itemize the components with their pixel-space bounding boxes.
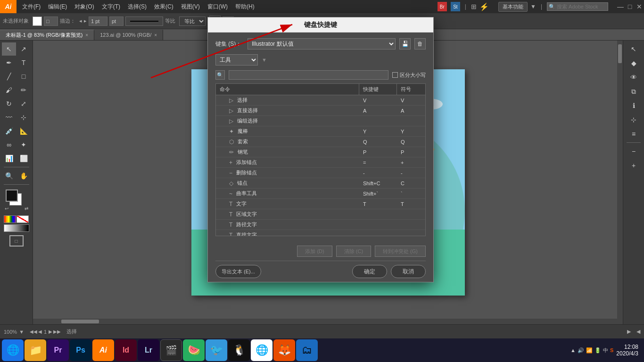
bridge-icon[interactable]: Br xyxy=(438,2,447,11)
graph-tool[interactable]: 📊 xyxy=(2,152,16,165)
menu-text[interactable]: 文字(T) xyxy=(98,0,124,13)
grid-icon[interactable]: ⊞ xyxy=(471,3,477,10)
table-row[interactable]: + 添加锚点 = + xyxy=(216,157,425,168)
table-row[interactable]: ~ 曲率工具 Shift+` ` xyxy=(216,189,425,199)
right-transform-tool[interactable]: ⊹ xyxy=(626,113,641,126)
paintbrush-tool[interactable]: 🖌 xyxy=(2,83,16,97)
stock-icon[interactable]: St xyxy=(451,2,460,11)
taskbar-video-icon[interactable]: 🎬 xyxy=(160,339,182,361)
taskbar-lightroom-icon[interactable]: Lr xyxy=(138,339,159,361)
type-tool[interactable]: T xyxy=(17,56,31,69)
menu-help[interactable]: 帮助(H) xyxy=(231,0,258,13)
right-arrow-tool[interactable]: ↖ xyxy=(626,42,641,56)
keyset-select[interactable]: Illustrator 默认值 xyxy=(248,38,396,49)
goto-conflict-button[interactable]: 转到冲突处 (G) xyxy=(375,246,426,257)
rotate-tool[interactable]: ↻ xyxy=(2,97,16,110)
tab-close-icon[interactable]: × xyxy=(85,33,88,38)
free-transform-tool[interactable]: ⊹ xyxy=(17,111,31,124)
status-right-btn2[interactable]: ◀ xyxy=(636,329,640,335)
tab-123[interactable]: 123.ai @ 100% (RGB/ × xyxy=(94,30,163,40)
fill-color[interactable] xyxy=(6,189,18,202)
page-last-icon[interactable]: ▶▶ xyxy=(53,329,61,335)
menu-select[interactable]: 选择(S) xyxy=(124,0,150,13)
select-tool[interactable]: ↖ xyxy=(2,42,16,56)
table-row[interactable]: ✏ 钢笔 P P xyxy=(216,147,425,157)
taskbar-illustrator-icon[interactable]: Ai xyxy=(92,339,114,361)
color-mode-icon[interactable] xyxy=(4,215,16,223)
pen-tool[interactable]: ✒ xyxy=(2,56,16,69)
minimize-button[interactable]: — xyxy=(616,0,625,13)
taskbar-photoshop-icon[interactable]: Ps xyxy=(70,339,91,361)
export-text-button[interactable]: 导出文本 (E)... xyxy=(215,265,261,278)
tray-lang[interactable]: 中 xyxy=(603,347,608,354)
taskbar-firefox-icon[interactable]: 🦊 xyxy=(273,339,295,361)
default-colors-icon[interactable]: ↩ xyxy=(5,206,8,211)
ok-button[interactable]: 确定 xyxy=(352,265,387,278)
eyedropper-tool[interactable]: 💉 xyxy=(2,124,16,138)
keyset-delete-icon[interactable]: 🗑 xyxy=(414,38,426,49)
warp-tool[interactable]: 〰 xyxy=(2,111,16,124)
hand-tool[interactable]: ✋ xyxy=(17,169,31,182)
scale-tool[interactable]: ⤢ xyxy=(17,97,31,110)
taskbar-browser-icon[interactable]: 🌐 xyxy=(2,339,24,361)
taskbar-bird-icon[interactable]: 🐦 xyxy=(206,339,227,361)
table-row[interactable]: ⬡ 套索 Q Q xyxy=(216,137,425,147)
taskbar-chrome-icon[interactable]: 🌐 xyxy=(251,339,272,361)
blend-tool[interactable]: ∞ xyxy=(2,138,16,151)
right-align-tool[interactable]: ≡ xyxy=(626,127,641,140)
taskbar-folder2-icon[interactable]: 🗂 xyxy=(296,339,318,361)
right-zoom-out-tool[interactable]: − xyxy=(626,145,641,158)
symbol-tool[interactable]: ✦ xyxy=(17,138,31,151)
menu-window[interactable]: 窗口(W) xyxy=(204,0,231,13)
commands-table[interactable]: ▷ 选择 V V ▷ 直接选择 A A ▷ 编组选择 xyxy=(215,95,426,236)
cancel-button[interactable]: 取消 xyxy=(391,265,426,278)
artboard-tool2[interactable]: □ xyxy=(9,235,24,247)
shape-selector[interactable]: □ xyxy=(44,16,58,26)
table-row[interactable]: ✦ 魔棒 Y Y xyxy=(216,126,425,137)
case-checkbox[interactable] xyxy=(392,72,398,78)
menu-file[interactable]: 文件(F) xyxy=(18,0,44,13)
stroke-unit-select[interactable]: pt xyxy=(109,16,124,26)
taskbar-folder-icon[interactable]: 📁 xyxy=(25,339,46,361)
close-button[interactable]: ✕ xyxy=(635,0,644,13)
fill-swatch[interactable] xyxy=(33,16,42,26)
clear-button[interactable]: 清除 (C) xyxy=(336,246,371,257)
table-row[interactable]: ▷ 编组选择 xyxy=(216,116,425,126)
maximize-button[interactable]: □ xyxy=(625,0,635,13)
tray-s-icon[interactable]: S xyxy=(610,347,613,353)
keyset-save-icon[interactable]: 💾 xyxy=(399,38,411,49)
search-input[interactable] xyxy=(229,70,388,80)
menu-view[interactable]: 视图(V) xyxy=(177,0,204,13)
right-eye-tool[interactable]: 👁 xyxy=(626,71,641,84)
table-row[interactable]: − 删除锚点 - - xyxy=(216,168,425,178)
direct-select-tool[interactable]: ↗ xyxy=(17,42,31,56)
table-row[interactable]: ◇ 锚点 Shift+C C xyxy=(216,178,425,189)
shape-tool[interactable]: □ xyxy=(17,70,31,83)
page-forward-icon[interactable]: ▶ xyxy=(49,329,52,335)
lightning-icon[interactable]: ⚡ xyxy=(479,2,489,11)
workspace-button[interactable]: 基本功能 xyxy=(498,2,528,12)
horizontal-scrollbar[interactable] xyxy=(33,319,617,324)
none-color-icon[interactable] xyxy=(17,215,29,223)
taskbar-penguin-icon[interactable]: 🐧 xyxy=(228,339,250,361)
category-select[interactable]: 工具 xyxy=(215,54,258,66)
zoom-tool[interactable]: 🔍 xyxy=(2,169,16,182)
table-row[interactable]: T 直排文字 xyxy=(216,230,425,236)
table-row[interactable]: ▷ 直接选择 A A xyxy=(216,106,425,116)
add-button[interactable]: 添加 (D) xyxy=(297,246,332,257)
table-row[interactable]: ▷ 选择 V V xyxy=(216,95,425,106)
line-tool[interactable]: ╱ xyxy=(2,70,16,83)
tray-up-icon[interactable]: ▲ xyxy=(570,347,576,353)
swap-colors-icon[interactable]: ⇄ xyxy=(25,206,28,211)
right-properties-tool[interactable]: ℹ xyxy=(626,99,641,112)
right-zoom-in-tool[interactable]: + xyxy=(626,159,641,172)
zoom-dropdown-icon[interactable]: ▼ xyxy=(19,329,24,335)
ratio-select[interactable]: 等比 xyxy=(179,16,206,26)
right-shape-tool[interactable]: ◆ xyxy=(626,57,641,70)
measure-tool[interactable]: 📐 xyxy=(17,124,31,138)
table-row[interactable]: T 区域文字 xyxy=(216,209,425,220)
gradient-icon[interactable] xyxy=(4,224,29,232)
taskbar-premiere-icon[interactable]: Pr xyxy=(47,339,69,361)
menu-effect[interactable]: 效果(C) xyxy=(150,0,177,13)
vertical-scrollbar[interactable] xyxy=(617,41,623,324)
